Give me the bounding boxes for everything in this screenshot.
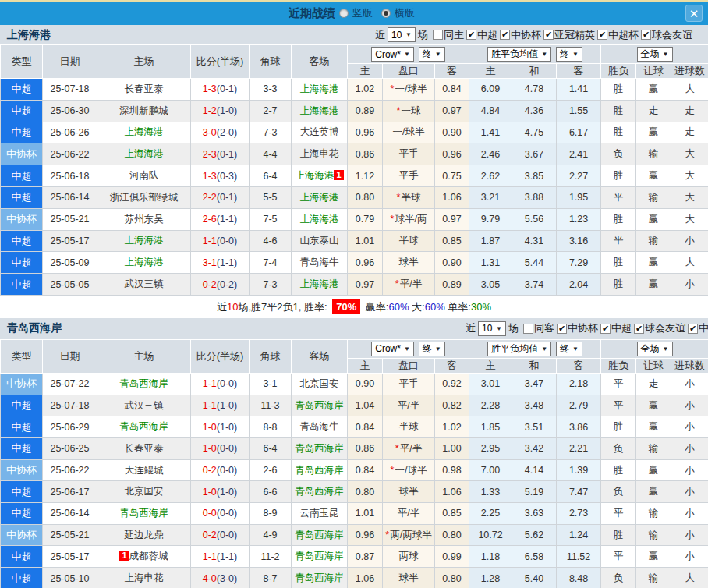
league-filter-checkbox[interactable]: ✔ [557, 324, 567, 334]
odds-time-select[interactable]: 终▼ [419, 47, 445, 62]
away-team: 上海海港 [292, 208, 348, 230]
avg-draw-odds: 4.14 [512, 459, 557, 481]
vertical-layout-label[interactable]: 竖版 [352, 6, 373, 20]
league-filter-label[interactable]: 球会友谊 [652, 28, 692, 42]
match-count-select[interactable]: 10▼ [388, 27, 416, 42]
result-goals: 小 [671, 481, 708, 503]
score-cell: 3-1(1-1) [191, 252, 250, 274]
handicap-line-text: 平手 [399, 148, 419, 159]
team-name-text: 云南玉昆 [300, 508, 339, 519]
team-name-text: 苏州东吴 [125, 214, 164, 225]
league-filter-label[interactable]: 中甲 [699, 321, 708, 335]
league-filter-label[interactable]: 中超杯 [608, 28, 639, 42]
period-select[interactable]: 全场▼ [637, 342, 673, 356]
corner-count: 11-2 [250, 546, 292, 568]
result-wdl: 平 [601, 546, 636, 568]
avg-odds-time-select[interactable]: 终▼ [556, 47, 582, 62]
handicap-line-text: 一/球半 [393, 126, 425, 137]
handicap-home-odds: 1.02 [348, 79, 383, 101]
halftime-score: (3-0) [217, 573, 237, 584]
handicap-line-text: 半球 [399, 421, 419, 432]
same-venue-label[interactable]: 同主 [444, 28, 464, 42]
fulltime-score: 1-0 [203, 443, 217, 454]
league-filter-label[interactable]: 亚冠精英 [554, 28, 595, 42]
handicap-away-odds: 0.97 [435, 100, 469, 122]
match-row: 中超25-06-29青岛西海岸1-0(1-0)8-8青岛海牛0.84半球1.02… [1, 416, 708, 438]
result-goals: 大 [671, 252, 708, 274]
league-filter-checkbox[interactable]: ✔ [641, 30, 651, 40]
league-filter-checkbox[interactable]: ✔ [634, 324, 644, 334]
odds-company-value: Crow* [375, 49, 401, 60]
home-team: 延边龙鼎 [97, 524, 191, 546]
away-team: 上海海港 [292, 79, 348, 101]
avg-away-odds: 1.23 [557, 208, 601, 230]
result-wdl: 平 [601, 373, 636, 395]
league-filter-label[interactable]: 中协杯 [568, 321, 598, 335]
avg-home-odds: 4.84 [469, 100, 512, 122]
avg-odds-type-select[interactable]: 胜平负均值▼ [487, 342, 551, 356]
league-filter-label[interactable]: 中超 [611, 321, 632, 335]
avg-away-odds: 11.52 [557, 546, 601, 568]
col-header-date: 日期 [43, 339, 97, 373]
period-select[interactable]: 全场▼ [637, 47, 673, 62]
vertical-layout-radio[interactable] [339, 9, 349, 18]
result-goals: 小 [671, 230, 708, 252]
team-name-heading: 青岛西海岸 [7, 321, 62, 335]
horizontal-layout-radio[interactable] [381, 9, 391, 18]
league-type-badge: 中协杯 [1, 373, 43, 395]
handicap-away-odds: 0.85 [435, 230, 469, 252]
subcol-result-goals: 进球数 [671, 358, 708, 373]
avg-odds-time-select[interactable]: 终▼ [556, 342, 582, 356]
odds-time-select[interactable]: 终▼ [419, 342, 445, 356]
league-filter-checkbox[interactable]: ✔ [688, 324, 698, 334]
horizontal-layout-label[interactable]: 横版 [395, 6, 415, 20]
section-team-1: 上海海港 近 10▼ 场 同主✔中超✔中协杯✔亚冠精英✔中超杯✔球会友谊 类型 … [0, 25, 708, 318]
odds-company-select[interactable]: Crow*▼ [371, 47, 414, 62]
avg-draw-odds: 3.67 [512, 143, 557, 165]
avg-odds-type-select[interactable]: 胜平负均值▼ [487, 47, 551, 62]
league-filter-checkbox[interactable]: ✔ [543, 30, 554, 40]
league-filter-label[interactable]: 球会友谊 [645, 321, 685, 335]
league-filter-checkbox[interactable]: ✔ [597, 30, 607, 40]
league-filter-checkbox[interactable]: ✔ [500, 30, 510, 40]
home-team: 长春亚泰 [97, 438, 191, 460]
summary-segment: 大: [409, 301, 424, 313]
fulltime-score: 1-2 [203, 105, 217, 116]
odds-company-select[interactable]: Crow*▼ [371, 342, 414, 356]
team-name-text: 上海海港 [300, 278, 339, 289]
handicap-line-text: 球半 [399, 486, 419, 497]
handicap-home-odds: 0.97 [348, 274, 383, 296]
league-filter-label[interactable]: 中协杯 [511, 28, 541, 42]
same-venue-checkbox[interactable] [433, 30, 443, 40]
close-icon[interactable]: ✕ [685, 5, 703, 22]
filter-checkbox-group: ✔中超杯 [595, 28, 639, 42]
league-type-badge: 中超 [1, 503, 43, 525]
summary-segment: 单率: [445, 301, 471, 313]
handicap-line: *一/球半 [383, 79, 435, 101]
same-venue-label[interactable]: 同客 [534, 321, 554, 335]
handicap-line-text: 一/球半 [395, 465, 427, 476]
avg-draw-odds: 5.40 [512, 568, 557, 588]
corner-count: 6-4 [250, 438, 292, 460]
result-wdl: 胜 [601, 208, 636, 230]
avg-draw-odds: 3.48 [512, 395, 557, 416]
match-date: 25-05-05 [43, 274, 97, 296]
avg-home-odds: 3.05 [469, 274, 512, 296]
league-filter-checkbox[interactable]: ✔ [600, 324, 611, 334]
avg-away-odds: 1.95 [557, 186, 601, 208]
handicap-away-odds: 0.97 [435, 208, 469, 230]
same-venue-checkbox[interactable] [523, 324, 533, 334]
team-name-text: 青岛西海岸 [295, 530, 344, 540]
league-filter-checkbox[interactable]: ✔ [466, 30, 476, 40]
filter-bar: 近 10▼ 场 同主✔中超✔中协杯✔亚冠精英✔中超杯✔球会友谊 [373, 27, 692, 42]
result-goals: 小 [671, 459, 708, 481]
handicap-home-odds: 0.89 [348, 100, 383, 122]
handicap-line-text: 球半 [399, 257, 419, 267]
match-count-select[interactable]: 10▼ [478, 321, 506, 336]
score-cell: 1-1(1-1) [191, 546, 250, 568]
handicap-away-odds: 0.75 [435, 165, 469, 187]
halftime-score: (0-0) [217, 530, 237, 540]
league-filter-label[interactable]: 中超 [477, 28, 497, 42]
results-table-team-1: 类型 日期 主场 比分(半场) 角球 客场 Crow*▼ 终▼ 胜平负均 [0, 44, 708, 296]
team-name-text: 上海申花 [300, 148, 339, 159]
